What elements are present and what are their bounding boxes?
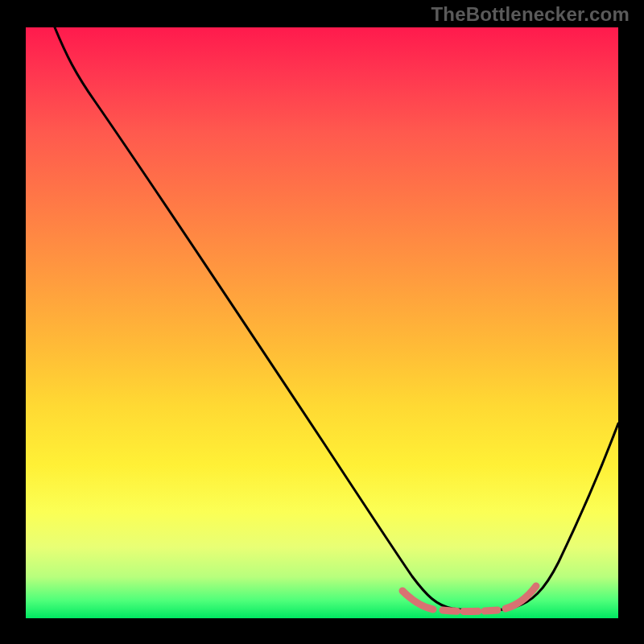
highlight-segment-left — [402, 591, 433, 609]
chart-svg — [26, 27, 618, 618]
chart-frame: TheBottlenecker.com — [0, 0, 644, 644]
plot-area — [26, 27, 618, 618]
watermark-text: TheBottlenecker.com — [431, 3, 630, 26]
bottleneck-curve — [55, 27, 618, 611]
highlight-segment-mid — [443, 610, 497, 612]
